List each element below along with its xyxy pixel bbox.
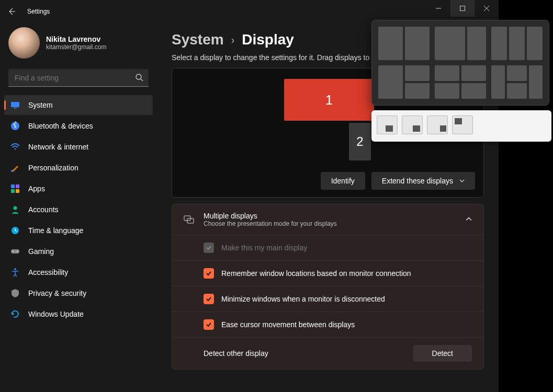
snap-layout-5[interactable] [435, 65, 486, 99]
sidebar-item-gaming[interactable]: Gaming [4, 241, 153, 261]
maximize-button[interactable] [450, 0, 475, 17]
sidebar-item-label: Network & internet [28, 143, 88, 151]
snap-layout-4[interactable] [378, 65, 430, 99]
search-input[interactable] [8, 69, 149, 87]
row-label: Make this my main display [221, 244, 307, 252]
gamepad-icon [10, 247, 20, 256]
sidebar-item-bluetooth[interactable]: Bluetooth & devices [4, 116, 153, 136]
snap-group-3[interactable] [427, 116, 448, 134]
arrow-left-icon [7, 7, 16, 16]
apps-icon [10, 184, 20, 193]
svg-rect-10 [16, 189, 19, 193]
sidebar-item-time[interactable]: Time & language [4, 221, 153, 240]
sidebar-item-label: System [28, 101, 53, 109]
search-icon [135, 73, 143, 84]
row-detect: Detect other display Detect [172, 337, 483, 369]
multiple-displays-panel: Multiple displays Choose the presentatio… [172, 204, 484, 370]
page-title: Display [242, 31, 294, 48]
sidebar: Nikita Lavrenov kitamster@gmail.com Syst… [0, 23, 157, 392]
snap-layout-1[interactable] [378, 27, 430, 60]
sidebar-item-label: Accessibility [28, 268, 68, 276]
row-minimize-disconnect[interactable]: Minimize windows when a monitor is disco… [172, 286, 483, 312]
minimize-button[interactable] [426, 0, 450, 17]
profile-name: Nikita Lavrenov [46, 35, 107, 43]
system-icon [10, 100, 20, 110]
display-1[interactable]: 1 [284, 79, 374, 121]
svg-point-11 [14, 206, 17, 210]
accessibility-icon [10, 268, 20, 277]
snap-layout-2[interactable] [435, 27, 486, 60]
back-button[interactable] [0, 0, 23, 23]
svg-point-14 [13, 251, 14, 252]
svg-point-5 [15, 148, 16, 150]
display-mode-dropdown[interactable]: Extend these displays [371, 172, 475, 190]
sidebar-item-label: Bluetooth & devices [28, 122, 93, 130]
snap-layouts-flyout[interactable] [371, 20, 549, 106]
snap-layout-3[interactable] [491, 27, 543, 60]
snap-group-4[interactable] [452, 116, 473, 134]
row-label: Ease cursor movement between displays [221, 320, 355, 329]
display-2[interactable]: 2 [349, 123, 371, 160]
svg-point-1 [136, 74, 141, 79]
window-title: Settings [27, 8, 50, 15]
snap-layout-6[interactable] [491, 65, 543, 99]
displays-icon [184, 214, 194, 225]
sidebar-item-system[interactable]: System [4, 95, 153, 115]
chevron-down-icon [459, 178, 465, 183]
row-remember-locations[interactable]: Remember window locations based on monit… [172, 260, 483, 286]
breadcrumb-parent[interactable]: System [172, 31, 224, 48]
sidebar-item-update[interactable]: Windows Update [4, 304, 153, 324]
sidebar-item-network[interactable]: Network & internet [4, 137, 153, 157]
identify-button[interactable]: Identify [321, 172, 365, 190]
sidebar-item-personalization[interactable]: Personalization [4, 158, 153, 178]
snap-group-1[interactable] [377, 116, 398, 134]
sidebar-item-label: Accounts [28, 205, 59, 214]
detect-button[interactable]: Detect [413, 345, 472, 362]
sidebar-item-label: Apps [28, 185, 45, 193]
row-ease-cursor[interactable]: Ease cursor movement between displays [172, 312, 483, 337]
row-main-display: Make this my main display [172, 235, 483, 260]
chevron-right-icon: › [231, 34, 235, 46]
nav: System Bluetooth & devices Network & int… [4, 95, 153, 324]
bluetooth-icon [10, 121, 20, 131]
sidebar-item-label: Personalization [28, 164, 78, 172]
shield-icon [10, 289, 20, 298]
profile-block[interactable]: Nikita Lavrenov kitamster@gmail.com [4, 23, 153, 69]
svg-rect-9 [11, 189, 15, 193]
row-label: Minimize windows when a monitor is disco… [221, 295, 385, 303]
checkbox-remember[interactable] [204, 268, 214, 279]
svg-rect-0 [460, 6, 465, 11]
display-mode-selected: Extend these displays [382, 177, 453, 185]
chevron-up-icon [466, 215, 472, 224]
sidebar-item-label: Time & language [28, 226, 83, 235]
panel-title: Multiple displays [204, 212, 337, 220]
sidebar-item-label: Privacy & security [28, 289, 86, 297]
multiple-displays-header[interactable]: Multiple displays Choose the presentatio… [172, 204, 483, 235]
brush-icon [10, 163, 20, 172]
snap-group-2[interactable] [402, 116, 423, 134]
row-label: Remember window locations based on monit… [221, 269, 411, 278]
clock-icon [10, 226, 20, 235]
close-button[interactable] [475, 0, 499, 17]
sidebar-item-accessibility[interactable]: Accessibility [4, 262, 153, 282]
sidebar-item-apps[interactable]: Apps [4, 179, 153, 199]
svg-rect-7 [11, 185, 15, 188]
sidebar-item-label: Windows Update [28, 310, 84, 318]
avatar [8, 27, 40, 59]
svg-point-15 [17, 251, 18, 252]
window-controls [426, 0, 499, 17]
sidebar-item-privacy[interactable]: Privacy & security [4, 283, 153, 303]
svg-rect-8 [16, 185, 19, 188]
row-label: Detect other display [204, 349, 268, 358]
wifi-icon [10, 142, 20, 152]
person-icon [10, 205, 20, 214]
svg-point-16 [14, 268, 16, 270]
update-icon [10, 309, 20, 319]
snap-groups-strip[interactable] [371, 110, 551, 142]
checkbox-ease[interactable] [204, 319, 214, 330]
svg-rect-2 [11, 102, 19, 107]
checkbox-minimize[interactable] [204, 294, 214, 304]
sidebar-item-accounts[interactable]: Accounts [4, 200, 153, 220]
svg-rect-13 [11, 249, 19, 253]
svg-point-6 [11, 170, 13, 172]
